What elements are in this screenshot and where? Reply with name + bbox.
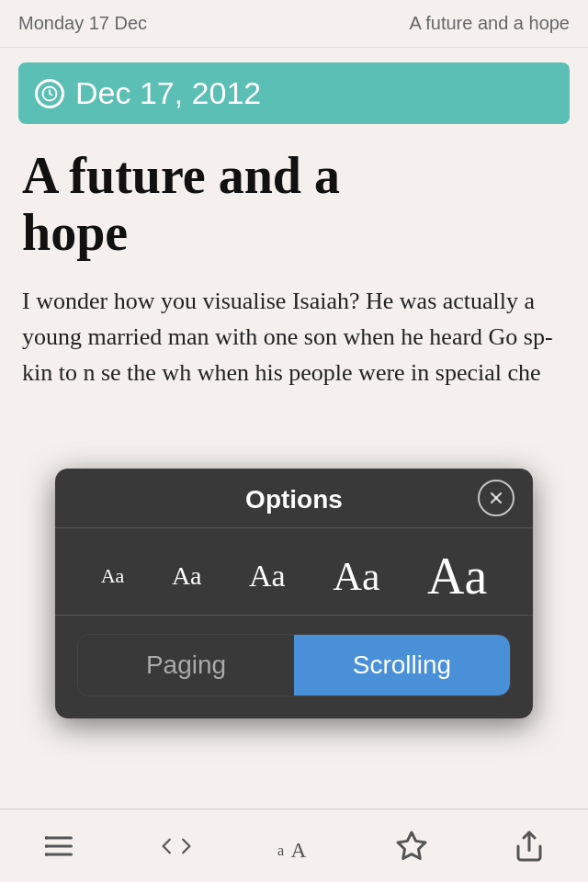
close-button[interactable]	[478, 480, 514, 516]
date-badge: Dec 17, 2012	[18, 62, 570, 124]
bookmark-button[interactable]	[384, 819, 439, 874]
font-size-2[interactable]: Aa	[172, 561, 202, 591]
article-title: A future and ahope	[22, 148, 566, 261]
svg-text:a: a	[277, 842, 284, 858]
list-button[interactable]	[31, 819, 86, 874]
svg-point-8	[45, 853, 49, 856]
top-bar: Monday 17 Dec A future and a hope	[0, 0, 588, 48]
font-size-4[interactable]: Aa	[333, 553, 379, 600]
bottom-toolbar: a A	[0, 808, 588, 882]
nav-arrows-button[interactable]	[149, 819, 204, 874]
article-body: I wonder how you visualise Isaiah? He wa…	[22, 283, 566, 390]
svg-point-6	[45, 836, 49, 840]
scrolling-option[interactable]: Scrolling	[294, 635, 510, 695]
svg-text:A: A	[290, 837, 306, 861]
svg-point-7	[45, 844, 49, 848]
calendar-icon	[35, 79, 64, 108]
font-size-3[interactable]: Aa	[249, 559, 286, 594]
options-overlay: Options Aa Aa Aa Aa Aa Paging Scrolling	[55, 469, 533, 718]
nav-title: A future and a hope	[409, 13, 570, 34]
font-size-1[interactable]: Aa	[101, 564, 125, 588]
font-size-options: Aa Aa Aa Aa Aa	[55, 528, 533, 616]
article-content: A future and ahope I wonder how you visu…	[0, 139, 588, 390]
paging-option[interactable]: Paging	[78, 635, 294, 695]
options-title: Options	[245, 485, 343, 514]
svg-marker-11	[398, 832, 425, 859]
date-label: Monday 17 Dec	[18, 13, 147, 34]
font-size-button[interactable]: a A	[266, 819, 322, 874]
mode-toggle: Paging Scrolling	[77, 634, 511, 696]
options-header: Options	[55, 469, 533, 528]
font-size-5[interactable]: Aa	[427, 547, 487, 605]
badge-date-text: Dec 17, 2012	[75, 75, 261, 111]
share-button[interactable]	[502, 819, 557, 874]
